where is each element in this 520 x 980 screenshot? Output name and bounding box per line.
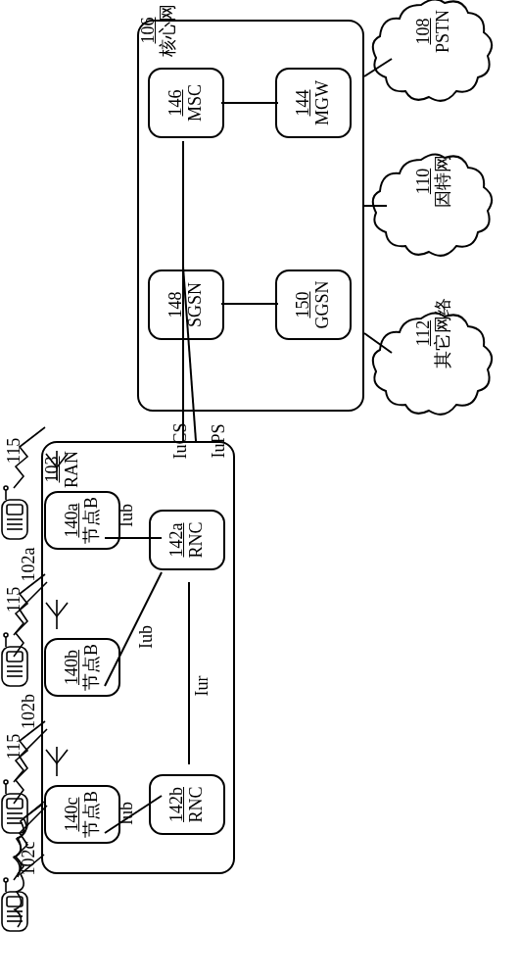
rnc-a: 142a RNC <box>149 510 225 570</box>
nodeb-a: 140a 节点B <box>44 491 120 550</box>
iub-c-label: Iub <box>118 802 137 825</box>
ue-c-id: 102c <box>20 841 39 875</box>
rnc-b-name: RNC <box>187 787 207 823</box>
svg-point-36 <box>4 780 8 784</box>
ran-id: 103 <box>42 457 62 483</box>
nodeb-a-id: 140a <box>63 504 82 538</box>
ue-a-id: 102a <box>20 547 39 581</box>
air-a-id: 115 <box>5 438 24 464</box>
nodeb-b-id: 140b <box>63 650 82 685</box>
iups-label: IuPS <box>210 423 229 458</box>
msc-id: 146 <box>166 90 186 117</box>
svg-rect-38 <box>7 799 23 808</box>
rnc-a-name: RNC <box>187 522 207 559</box>
rnc-b-id: 142b <box>167 787 187 822</box>
nodeb-c: 140c 节点B <box>44 785 120 844</box>
nodeb-b: 140b 节点B <box>44 638 120 697</box>
core-name: 核心网 <box>158 4 177 57</box>
ue-b-id: 102b <box>20 694 39 729</box>
air-c-id: 115 <box>5 734 24 760</box>
iucs-label: IuCS <box>171 422 191 459</box>
nodeb-c-name: 节点B <box>82 791 102 838</box>
ran-name: RAN <box>62 451 81 488</box>
svg-point-22 <box>4 486 8 490</box>
msc-box: 146 MSC <box>148 68 224 138</box>
msc-name: MSC <box>186 84 206 122</box>
ggsn-box: 150 GGSN <box>275 270 352 340</box>
ggsn-name: GGSN <box>313 281 333 329</box>
nodeb-a-name: 节点B <box>82 497 102 544</box>
svg-point-29 <box>4 633 8 637</box>
rnc-a-id: 142a <box>167 523 187 558</box>
iub-a-label: Iub <box>118 504 137 527</box>
phone-c2 <box>2 780 27 833</box>
nodeb-c-id: 140c <box>63 798 82 832</box>
rnc-b: 142b RNC <box>149 774 225 835</box>
nodeb-b-name: 节点B <box>82 644 102 691</box>
sgsn-id: 148 <box>166 292 186 318</box>
sgsn-name: SGSN <box>186 282 206 327</box>
mgw-id: 144 <box>294 90 313 117</box>
core-id: 106 <box>138 18 158 44</box>
air-b-id: 115 <box>5 587 24 612</box>
iub-b-label: Iub <box>137 625 157 649</box>
phone-a2 <box>2 486 27 539</box>
phone-b2 <box>2 633 27 686</box>
ggsn-id: 150 <box>294 292 313 318</box>
svg-rect-24 <box>7 505 23 514</box>
sgsn-box: 148 SGSN <box>148 270 224 340</box>
mgw-box: 144 MGW <box>275 68 352 138</box>
svg-rect-31 <box>7 652 23 662</box>
mgw-name: MGW <box>313 80 333 125</box>
iur-label: Iur <box>193 675 213 696</box>
